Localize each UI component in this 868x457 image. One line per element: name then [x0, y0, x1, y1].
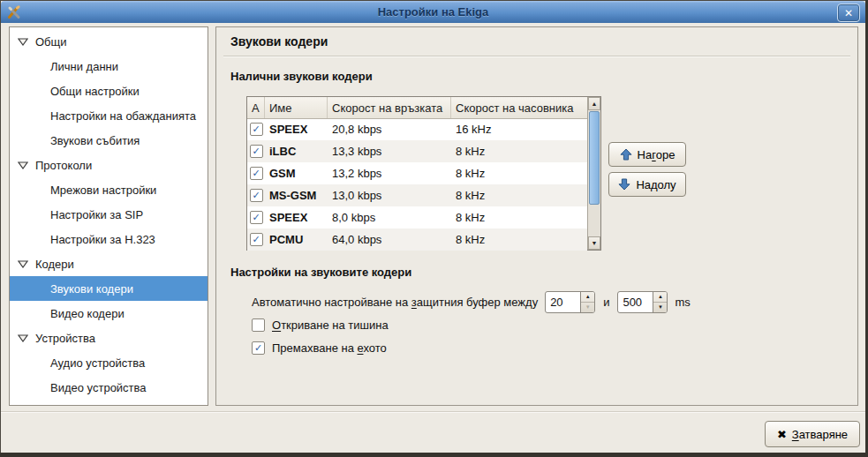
move-up-button[interactable]: Нагоре: [608, 142, 686, 167]
jitter-max-spinbox[interactable]: ▲▼: [617, 291, 668, 313]
sidebar-item-label: Видео кодери: [50, 307, 125, 320]
scrollbar-down-icon[interactable]: ▼: [588, 236, 600, 250]
jitter-buffer-label: Автоматично настройване на защитния буфе…: [252, 296, 538, 309]
echo-cancellation-option[interactable]: Премахване на ехото: [252, 341, 387, 355]
sidebar-item-label: Настройки на обажданията: [50, 109, 196, 123]
sidebar-item-label: Звукови кодери: [50, 282, 133, 296]
sidebar-item-personal-data[interactable]: Лични данни: [10, 54, 208, 79]
sidebar-item-audio-devices[interactable]: Аудио устройства: [10, 350, 208, 375]
column-header-active[interactable]: A: [247, 97, 265, 118]
sidebar-item-label: Протоколи: [35, 159, 92, 172]
expander-down-icon[interactable]: [18, 260, 28, 268]
codec-enabled-checkbox[interactable]: [250, 189, 263, 202]
scrollbar-up-icon[interactable]: ▲: [588, 97, 600, 110]
codec-clock: 8 kHz: [451, 145, 587, 158]
page-title: Звукови кодери: [230, 34, 328, 49]
sidebar-item-sound-events[interactable]: Звукови събития: [10, 128, 208, 153]
sidebar-item-devices[interactable]: Устройства: [10, 326, 208, 350]
spin-down-icon[interactable]: ▼: [581, 302, 594, 312]
column-header-clock[interactable]: Скорост на часовника: [451, 97, 587, 118]
expander-down-icon[interactable]: [18, 38, 28, 46]
codec-enabled-checkbox[interactable]: [250, 145, 263, 158]
codec-enabled-checkbox[interactable]: [250, 123, 263, 136]
jitter-buffer-row: Автоматично настройване на защитния буфе…: [252, 290, 691, 313]
sidebar-item-call-options[interactable]: Настройки на обажданията: [10, 103, 208, 128]
move-up-label: Нагоре: [638, 148, 676, 161]
sidebar-item-network-settings[interactable]: Мрежови настройки: [10, 177, 208, 202]
available-codecs-heading: Налични звукови кодери: [230, 70, 373, 83]
codec-clock: 8 kHz: [451, 189, 587, 202]
table-scrollbar[interactable]: ▲ ▼: [587, 97, 600, 250]
spin-down-icon[interactable]: ▼: [653, 302, 667, 312]
column-header-name[interactable]: Име: [265, 97, 328, 118]
codec-row[interactable]: iLBC 13,3 kbps 8 kHz: [247, 140, 587, 162]
codec-bitrate: 13,2 kbps: [328, 167, 451, 180]
sidebar-item-label: Лични данни: [50, 60, 118, 73]
move-down-label: Надолу: [636, 178, 676, 191]
sidebar-item-h323-settings[interactable]: Настройки за H.323: [10, 227, 208, 251]
codec-settings-heading: Настройки на звуковите кодери: [230, 266, 411, 279]
sidebar-item-label: Кодери: [35, 258, 74, 271]
column-header-bitrate[interactable]: Скорост на връзката: [328, 97, 451, 118]
codec-name: iLBC: [265, 145, 328, 158]
close-dialog-label: Затваряне: [792, 428, 848, 441]
expander-down-icon[interactable]: [18, 161, 28, 169]
sidebar-item-label: Настройки за SIP: [50, 208, 143, 221]
echo-cancellation-label: Премахване на ехото: [272, 341, 387, 355]
codec-clock: 8 kHz: [451, 167, 587, 180]
scrollbar-thumb[interactable]: [589, 111, 600, 205]
codec-table-header: A Име Скорост на връзката Скорост на час…: [247, 97, 587, 119]
codec-bitrate: 20,8 kbps: [328, 123, 451, 136]
sidebar-item-label: Устройства: [35, 332, 95, 345]
move-down-button[interactable]: Надолу: [608, 172, 686, 197]
codec-row[interactable]: SPEEX 8,0 kbps 8 kHz: [247, 206, 587, 228]
sidebar-item-video-codecs[interactable]: Видео кодери: [10, 301, 208, 326]
sidebar-item-video-devices[interactable]: Видео устройства: [10, 375, 208, 400]
jitter-min-spinbox[interactable]: ▲▼: [545, 291, 595, 313]
silence-detection-option[interactable]: Откриване на тишина: [252, 318, 389, 332]
spin-up-icon[interactable]: ▲: [581, 292, 594, 302]
spin-up-icon[interactable]: ▲: [653, 292, 667, 302]
codec-name: PCMU: [265, 233, 328, 246]
sidebar-item-codecs[interactable]: Кодери: [10, 251, 208, 276]
codec-row[interactable]: SPEEX 20,8 kbps 16 kHz: [247, 118, 587, 140]
echo-cancellation-checkbox[interactable]: [252, 341, 265, 355]
unit-label: ms: [675, 296, 690, 309]
window-close-button[interactable]: ✕: [837, 4, 860, 22]
down-arrow-icon: [618, 178, 630, 191]
window-title: Настройки на Ekiga: [1, 5, 865, 19]
close-dialog-button[interactable]: ✖ Затваряне: [765, 421, 860, 447]
codec-name: SPEEX: [265, 211, 328, 224]
sidebar-item-protocols[interactable]: Протоколи: [10, 153, 208, 177]
codec-bitrate: 64,0 kbps: [328, 233, 451, 246]
expander-down-icon[interactable]: [18, 334, 28, 342]
preferences-window: Настройки на Ekiga ✕ Общи Лични данни Об…: [0, 0, 868, 457]
up-arrow-icon: [620, 148, 632, 161]
audio-codecs-page: Звукови кодери Налични звукови кодери A …: [215, 26, 858, 406]
codec-enabled-checkbox[interactable]: [250, 167, 263, 180]
jitter-max-input[interactable]: [618, 292, 653, 312]
sidebar-item-audio-codecs[interactable]: Звукови кодери: [10, 276, 208, 301]
codec-bitrate: 13,0 kbps: [328, 189, 451, 202]
jitter-min-input[interactable]: [546, 292, 580, 312]
codec-enabled-checkbox[interactable]: [250, 233, 263, 246]
codec-row[interactable]: PCMU 64,0 kbps 8 kHz: [247, 228, 587, 251]
sidebar-item-label: Видео устройства: [50, 381, 147, 394]
codec-bitrate: 13,3 kbps: [328, 145, 451, 158]
conjunction-label: и: [603, 296, 609, 309]
silence-detection-label: Откриване на тишина: [272, 318, 389, 332]
sidebar-item-general[interactable]: Общи: [10, 29, 208, 54]
silence-detection-checkbox[interactable]: [252, 318, 265, 332]
codec-name: SPEEX: [265, 123, 328, 136]
titlebar[interactable]: Настройки на Ekiga ✕: [1, 1, 865, 23]
sidebar-item-sip-settings[interactable]: Настройки за SIP: [10, 202, 208, 227]
sidebar-item-general-settings[interactable]: Общи настройки: [10, 79, 208, 103]
codec-clock: 8 kHz: [451, 233, 587, 246]
codec-enabled-checkbox[interactable]: [250, 211, 263, 224]
footer-separator: [1, 411, 865, 412]
codec-row[interactable]: MS-GSM 13,0 kbps 8 kHz: [247, 184, 587, 206]
codec-row[interactable]: GSM 13,2 kbps 8 kHz: [247, 162, 587, 184]
codec-clock: 16 kHz: [451, 123, 587, 136]
codec-bitrate: 8,0 kbps: [328, 211, 451, 224]
sidebar-item-label: Настройки за H.323: [50, 233, 155, 246]
